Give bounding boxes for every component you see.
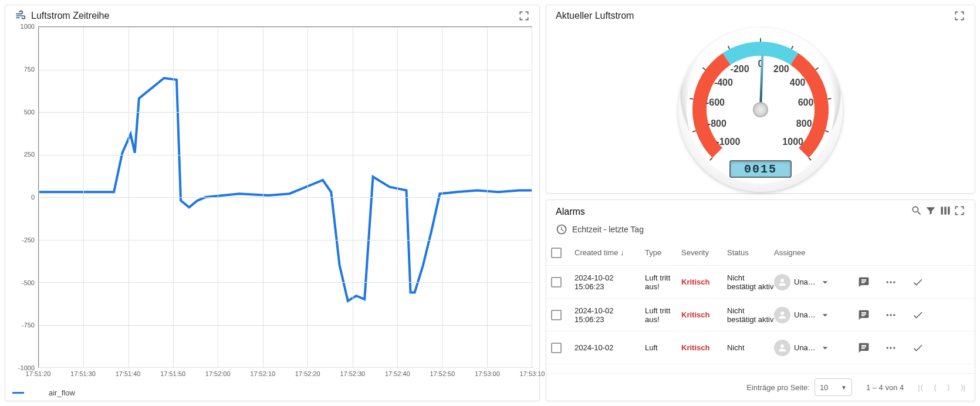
svg-line-5	[690, 99, 694, 99]
svg-text:-400: -400	[714, 77, 733, 87]
svg-text:400: 400	[790, 77, 806, 87]
plot-area[interactable]	[38, 26, 532, 368]
svg-line-13	[792, 46, 793, 49]
svg-point-27	[893, 281, 895, 283]
cell-created: 2024-10-02 15:06:23	[575, 273, 645, 291]
alarm-toolbar: Alarms	[546, 200, 975, 224]
svg-rect-24	[948, 207, 949, 214]
svg-text:800: 800	[796, 119, 812, 128]
col-status[interactable]: Status	[727, 248, 774, 257]
svg-point-25	[887, 281, 888, 283]
alarm-panel: Alarms Echtzeit - letzte Tag Created tim…	[546, 199, 975, 401]
svg-line-19	[825, 131, 829, 132]
cell-type: Luft	[645, 343, 681, 352]
svg-text:-1000: -1000	[716, 137, 740, 147]
timeseries-title: Luftstrom Zeitreihe	[31, 11, 109, 21]
more-icon[interactable]	[885, 309, 897, 321]
x-axis: 17:51:2017:51:3017:51:4017:51:5017:52:00…	[38, 370, 532, 380]
per-page-select[interactable]: 10 ▼	[815, 378, 852, 396]
gauge-panel: Aktueller Luftstrom -1000-800-600-400-20…	[546, 5, 975, 194]
svg-text:600: 600	[798, 97, 814, 107]
cell-status: Nicht bestätigt aktiv	[727, 306, 774, 324]
cell-severity: Kritisch	[681, 343, 727, 352]
table-row[interactable]: 2024-10-02 15:06:23Luft tritt aus!Kritis…	[546, 266, 975, 299]
comment-icon[interactable]	[858, 276, 870, 288]
columns-icon[interactable]	[940, 205, 951, 216]
table-row[interactable]: 2024-10-02LuftKritischNichtUna…	[546, 331, 975, 364]
avatar-icon	[774, 340, 790, 356]
svg-point-28	[887, 314, 888, 316]
col-assignee[interactable]: Assignee	[774, 248, 850, 257]
chevron-down-icon[interactable]	[819, 342, 831, 354]
check-icon[interactable]	[912, 309, 924, 321]
gauge-hub	[753, 102, 768, 117]
cell-type: Luft tritt aus!	[645, 306, 681, 324]
table-row[interactable]: 2024-10-02 15:06:23Luft tritt aus!Kritis…	[546, 299, 975, 331]
gauge-body: -1000-800-600-400-20002004006008001000 0…	[546, 26, 975, 193]
cell-created: 2024-10-02	[575, 343, 645, 352]
cell-assignee[interactable]: Una…	[774, 274, 850, 290]
svg-text:-800: -800	[708, 119, 726, 128]
col-type[interactable]: Type	[645, 248, 681, 257]
avatar-icon	[774, 307, 790, 323]
y-axis: -1000-750-500-25002505007501000	[12, 26, 37, 368]
first-page-button[interactable]: |⟨	[918, 383, 922, 392]
next-page-button[interactable]: ⟩	[947, 383, 950, 392]
alarm-subtitle: Echtzeit - letzte Tag	[572, 225, 644, 234]
gauge-header: Aktueller Luftstrom	[546, 5, 975, 26]
chevron-down-icon[interactable]	[819, 309, 831, 321]
gauge-dial: -1000-800-600-400-20002004006008001000 0…	[678, 28, 843, 192]
svg-line-15	[816, 67, 819, 70]
last-page-button[interactable]: ⟩|	[961, 383, 965, 392]
row-checkbox[interactable]	[551, 343, 562, 353]
search-icon[interactable]	[911, 205, 922, 216]
alarm-rows: 2024-10-02 15:06:23Luft tritt aus!Kritis…	[546, 266, 975, 373]
svg-line-1	[710, 158, 712, 160]
svg-point-31	[887, 347, 888, 349]
svg-rect-22	[941, 207, 942, 214]
alarm-table: Created time ↓ Type Severity Status Assi…	[546, 240, 975, 373]
alarm-title: Alarms	[556, 207, 585, 217]
comment-icon[interactable]	[858, 309, 870, 321]
svg-line-7	[702, 67, 705, 70]
clock-icon	[556, 224, 567, 235]
filter-icon[interactable]	[925, 205, 937, 216]
check-icon[interactable]	[912, 342, 924, 354]
avatar-icon	[774, 274, 790, 290]
select-all-checkbox[interactable]	[551, 248, 562, 258]
alarm-table-head: Created time ↓ Type Severity Status Assi…	[546, 240, 975, 266]
more-icon[interactable]	[885, 342, 897, 354]
cell-status: Nicht	[727, 343, 774, 352]
prev-page-button[interactable]: ⟨	[934, 383, 937, 392]
row-checkbox[interactable]	[551, 277, 562, 287]
svg-point-30	[893, 314, 895, 316]
legend-label: air_flow	[49, 388, 75, 397]
svg-line-9	[728, 46, 730, 49]
fullscreen-icon[interactable]	[954, 205, 965, 216]
svg-point-33	[893, 347, 895, 349]
fullscreen-icon[interactable]	[954, 10, 965, 22]
more-icon[interactable]	[885, 276, 897, 288]
cell-status: Nicht bestätigt aktiv	[727, 273, 774, 291]
cell-created: 2024-10-02 15:06:23	[575, 306, 645, 324]
per-page-label: Einträge pro Seite:	[746, 383, 810, 392]
check-icon[interactable]	[912, 276, 924, 288]
svg-text:-200: -200	[731, 64, 749, 74]
svg-line-17	[828, 99, 832, 99]
chevron-down-icon[interactable]	[819, 276, 831, 288]
col-severity[interactable]: Severity	[681, 248, 727, 257]
wind-icon	[15, 10, 26, 22]
col-created[interactable]: Created time ↓	[575, 248, 645, 257]
pager: |⟨ ⟨ ⟩ ⟩|	[918, 383, 965, 392]
svg-text:1000: 1000	[782, 137, 803, 147]
svg-line-21	[809, 158, 811, 160]
row-checkbox[interactable]	[551, 310, 562, 320]
fullscreen-icon[interactable]	[518, 10, 530, 22]
cell-assignee[interactable]: Una…	[774, 307, 850, 323]
comment-icon[interactable]	[858, 342, 870, 354]
cell-severity: Kritisch	[681, 310, 727, 319]
timeseries-header: Luftstrom Zeitreihe	[5, 5, 539, 26]
cell-type: Luft tritt aus!	[645, 273, 681, 291]
svg-text:200: 200	[773, 64, 789, 74]
cell-assignee[interactable]: Una…	[774, 340, 850, 356]
